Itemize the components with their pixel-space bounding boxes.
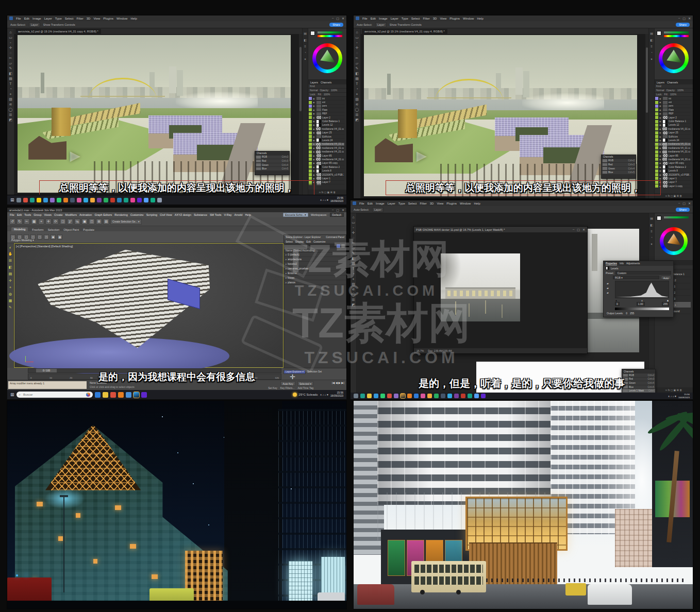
tray-icons[interactable]: ∧ ♪ ⌂ ♥ bbox=[668, 395, 676, 398]
tool-icon[interactable]: ≋ bbox=[9, 103, 12, 106]
visibility-toggle-icon[interactable] bbox=[659, 150, 661, 153]
visibility-toggle-icon[interactable] bbox=[313, 124, 315, 126]
visibility-toggle-icon[interactable] bbox=[659, 143, 661, 145]
tray-icons[interactable]: ∧ ♪ ⌂ ♥ bbox=[320, 198, 328, 201]
menu-item[interactable]: Type bbox=[398, 202, 405, 205]
visibility-toggle-icon[interactable] bbox=[313, 166, 315, 168]
viewport-tool-icon[interactable]: ✋ bbox=[8, 252, 13, 256]
toolbar-button-icon[interactable]: ⌖ bbox=[38, 218, 44, 225]
tool-icon[interactable]: ◧ bbox=[355, 72, 359, 75]
taskbar-app-icon[interactable] bbox=[481, 394, 486, 398]
minimize-icon[interactable]: – bbox=[332, 16, 334, 20]
tool-icon[interactable]: ◌ bbox=[356, 51, 358, 55]
viewport-tool-icon[interactable]: ◍ bbox=[9, 292, 12, 296]
visibility-toggle-icon[interactable] bbox=[313, 139, 315, 142]
layer-row[interactable]: medianera V4_01 copy 3 bbox=[655, 127, 691, 131]
color-wheel[interactable] bbox=[312, 43, 342, 73]
layer-row[interactable]: Levels 8 bbox=[308, 169, 344, 173]
menu-item[interactable]: Window bbox=[460, 202, 471, 205]
menu-item[interactable]: SM Tools bbox=[210, 213, 222, 216]
color-triangle[interactable] bbox=[664, 49, 683, 67]
search-input[interactable] bbox=[285, 244, 336, 247]
tool-icon[interactable]: ◔ bbox=[356, 87, 358, 91]
panel-icon[interactable]: ✦ bbox=[650, 242, 653, 246]
tool-icon[interactable]: ▤ bbox=[355, 77, 359, 80]
panel-icon[interactable]: ▤ bbox=[650, 31, 653, 35]
panel-tab[interactable]: Adjustments bbox=[626, 262, 640, 265]
panel-icon[interactable]: ≡ bbox=[651, 230, 653, 233]
share-button[interactable]: Share bbox=[676, 23, 690, 27]
taskbar-clock[interactable]: 15:56 16/09/2023 bbox=[678, 393, 690, 398]
taskbar-app-icon[interactable] bbox=[118, 392, 124, 398]
filter-kind[interactable]: Kind bbox=[656, 85, 661, 88]
taskbar-app-icon[interactable] bbox=[461, 394, 465, 398]
taskbar-app-icon[interactable] bbox=[104, 198, 108, 202]
menu-item[interactable]: Display bbox=[295, 240, 304, 243]
taskbar-app-icon[interactable] bbox=[441, 394, 445, 398]
layer-row[interactable]: Color Balance 1 bbox=[655, 120, 691, 123]
color-wheel[interactable] bbox=[660, 227, 688, 255]
tool-icon[interactable]: ☰ bbox=[355, 113, 358, 116]
menu-item[interactable]: Layer bbox=[391, 17, 398, 20]
tool-icon[interactable]: ✂ bbox=[356, 56, 359, 60]
layer-row[interactable]: Levels 8 bbox=[655, 169, 691, 173]
set-key-button[interactable]: Set Key bbox=[268, 386, 277, 389]
menu-item[interactable]: 3D bbox=[87, 17, 91, 20]
taskbar-app-icon[interactable] bbox=[421, 394, 425, 398]
viewport-tool-icon[interactable]: ⌖ bbox=[9, 285, 11, 290]
menu-item[interactable]: View bbox=[93, 17, 100, 20]
taskbar-app-icon[interactable] bbox=[474, 394, 479, 398]
share-button[interactable]: Share bbox=[329, 23, 343, 27]
taskbar-app-icon[interactable] bbox=[23, 198, 28, 202]
auto-button[interactable]: Auto bbox=[661, 276, 671, 280]
visibility-toggle-icon[interactable] bbox=[659, 120, 662, 123]
layer-row[interactable]: medianera V4_01 copy 1 bbox=[655, 150, 691, 154]
layer-row[interactable]: ext bbox=[655, 100, 691, 104]
menu-item[interactable]: Help bbox=[130, 17, 137, 20]
visibility-toggle-icon[interactable] bbox=[659, 135, 662, 138]
close-icon[interactable]: ✕ bbox=[688, 201, 691, 205]
preset-dropdown[interactable]: Custom bbox=[615, 271, 671, 275]
close-icon[interactable]: ✕ bbox=[342, 16, 344, 20]
menu-item[interactable]: 3D bbox=[433, 17, 437, 20]
taskbar-app-icon[interactable] bbox=[447, 394, 452, 398]
tool-icon[interactable]: ⌖ bbox=[356, 92, 358, 96]
lock-button[interactable] bbox=[341, 244, 345, 248]
menu-item[interactable]: Select bbox=[408, 202, 417, 205]
menu-item[interactable]: Rendering bbox=[114, 213, 127, 216]
visibility-toggle-icon[interactable] bbox=[313, 155, 315, 157]
menu-item[interactable]: Customize bbox=[130, 213, 144, 216]
layer-row[interactable]: Levels 12 bbox=[308, 124, 344, 127]
visibility-toggle-icon[interactable] bbox=[313, 112, 315, 115]
taskbar-clock[interactable]: 15:56 16/09/2023 bbox=[330, 197, 343, 203]
video-play-icon[interactable]: ▶ bbox=[416, 148, 427, 164]
share-button[interactable]: Share bbox=[676, 208, 690, 212]
add-time-tag[interactable]: Add Time Tag bbox=[298, 386, 313, 389]
menu-item[interactable]: View bbox=[440, 17, 446, 20]
workspaces-dropdown[interactable]: Default bbox=[330, 213, 344, 217]
layer-row[interactable]: medianera V4_01 copy 1 bbox=[308, 150, 344, 154]
tool-icon[interactable]: ▤ bbox=[352, 262, 355, 265]
layer-row[interactable]: medianera V4_01 copy 3 bbox=[308, 127, 344, 131]
transform-checkbox-label[interactable]: Show Transform Controls bbox=[390, 23, 422, 26]
panel-icon[interactable]: ▤ bbox=[650, 216, 653, 220]
minimize-icon[interactable]: – bbox=[678, 201, 680, 205]
menu-item[interactable]: Select bbox=[411, 17, 420, 20]
ribbon-button-icon[interactable]: ▣ bbox=[51, 234, 56, 240]
subtitle-selection-box[interactable]: 总照明等等，以便我添加的内容呈现出该地方的照明， bbox=[39, 180, 314, 195]
visibility-toggle-icon[interactable] bbox=[659, 169, 662, 172]
toolbar-button-icon[interactable]: ↻ bbox=[16, 218, 23, 225]
scene-explorer-column-header[interactable]: Name (Sorted Ascending) bbox=[284, 248, 346, 252]
taskbar-app-icon[interactable] bbox=[151, 198, 155, 202]
tool-icon[interactable]: ◯ bbox=[352, 293, 356, 296]
menu-item[interactable]: Plugins bbox=[103, 17, 113, 20]
floating-document-window[interactable]: PSB GNOME MAXI dexter 11.psd @ 16.7% (Le… bbox=[413, 226, 588, 354]
toolbar-button-icon[interactable]: ◫ bbox=[89, 218, 95, 225]
panel-icon[interactable]: ◔ bbox=[651, 236, 653, 239]
taskbar-app-icon[interactable] bbox=[367, 394, 372, 398]
tool-icon[interactable]: ⌖ bbox=[10, 92, 12, 96]
visibility-toggle-icon[interactable] bbox=[313, 174, 315, 176]
visibility-toggle-icon[interactable] bbox=[313, 105, 315, 107]
channel-row[interactable]: Red Ctrl+3 bbox=[602, 163, 636, 167]
blend-mode-dropdown[interactable]: Normal bbox=[656, 89, 664, 92]
